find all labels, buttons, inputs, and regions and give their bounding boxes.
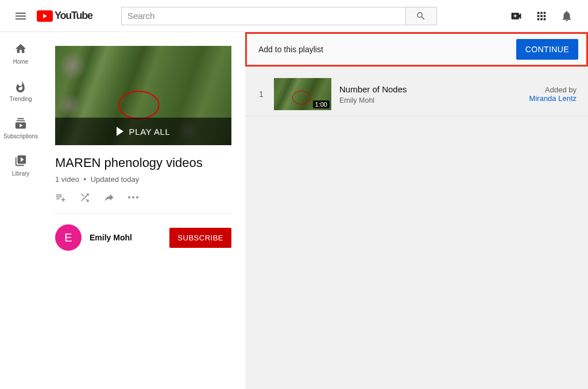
youtube-logo-text: YouTube: [55, 10, 92, 22]
trending-icon: [14, 80, 27, 92]
playlist-videos-panel: Add to this playlist CONTINUE 1 1:00 Num…: [245, 32, 588, 389]
bell-icon[interactable]: [560, 10, 573, 22]
video-row[interactable]: 1 1:00 Number of Nodes Emily Mohl Added …: [245, 72, 588, 116]
library-icon: [14, 154, 27, 167]
updated-text: Updated today: [91, 175, 140, 184]
search-icon: [416, 11, 426, 21]
add-to-playlist-bar: Add to this playlist CONTINUE: [245, 32, 588, 67]
play-all-label: PLAY ALL: [129, 127, 171, 137]
play-icon: [117, 127, 123, 136]
hamburger-menu-icon[interactable]: [9, 5, 32, 28]
sidebar: Home Trending Subscriptions Library: [0, 32, 41, 389]
sidebar-item-label: Home: [13, 59, 29, 65]
more-icon[interactable]: [127, 192, 139, 203]
sidebar-item-home[interactable]: Home: [0, 34, 41, 72]
search-input[interactable]: [121, 7, 405, 25]
video-thumbnail[interactable]: 1:00: [274, 78, 331, 110]
sidebar-item-label: Trending: [9, 96, 32, 102]
video-list: 1 1:00 Number of Nodes Emily Mohl Added …: [245, 67, 588, 122]
video-title: Number of Nodes: [339, 84, 521, 94]
playlist-owner-row: E Emily Mohl SUBSCRIBE: [55, 224, 231, 251]
shuffle-icon[interactable]: [79, 192, 91, 203]
sidebar-item-label: Subscriptions: [3, 133, 38, 139]
search-button[interactable]: [405, 7, 437, 25]
owner-name[interactable]: Emily Mohl: [90, 233, 169, 242]
playlist-thumbnail[interactable]: PLAY ALL: [55, 46, 231, 145]
apps-icon[interactable]: [535, 10, 548, 22]
youtube-logo-icon: [37, 10, 53, 22]
home-icon: [14, 42, 27, 55]
subscribe-button[interactable]: SUBSCRIBE: [169, 228, 231, 248]
continue-button[interactable]: CONTINUE: [516, 39, 578, 60]
video-author: Emily Mohl: [339, 96, 521, 104]
header: YouTube: [0, 0, 588, 32]
main-content: PLAY ALL MAREN phenology videos 1 video …: [41, 32, 588, 389]
add-to-playlist-text: Add to this playlist: [258, 45, 323, 54]
added-by-label: Added by: [529, 85, 577, 94]
video-count: 1 video: [55, 175, 79, 184]
video-duration: 1:00: [313, 100, 330, 108]
youtube-logo[interactable]: YouTube: [37, 10, 92, 22]
sidebar-item-label: Library: [12, 170, 30, 177]
playlist-title: MAREN phenology videos: [55, 155, 231, 170]
play-all-overlay[interactable]: PLAY ALL: [55, 118, 231, 145]
add-to-queue-icon[interactable]: [55, 192, 67, 203]
video-index: 1: [257, 90, 266, 99]
playlist-panel: PLAY ALL MAREN phenology videos 1 video …: [41, 32, 245, 389]
added-by-user[interactable]: Miranda Lentz: [529, 94, 577, 103]
sidebar-item-trending[interactable]: Trending: [0, 72, 41, 109]
annotation-circle-icon: [118, 91, 159, 119]
avatar[interactable]: E: [55, 224, 82, 251]
added-by: Added by Miranda Lentz: [529, 85, 577, 103]
search-box: [121, 7, 437, 25]
subscriptions-icon: [14, 117, 27, 130]
playlist-meta: 1 video • Updated today: [55, 175, 231, 184]
share-icon[interactable]: [103, 192, 115, 203]
create-video-icon[interactable]: [510, 10, 523, 22]
sidebar-item-library[interactable]: Library: [0, 146, 41, 184]
sidebar-item-subscriptions[interactable]: Subscriptions: [0, 109, 41, 146]
